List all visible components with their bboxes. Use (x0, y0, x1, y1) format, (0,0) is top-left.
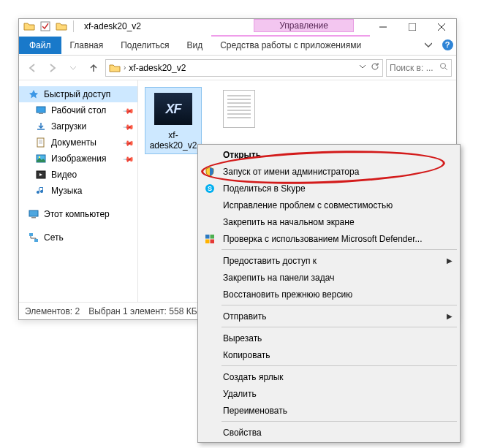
close-button[interactable] (427, 19, 456, 35)
pc-icon (28, 208, 39, 220)
svg-rect-2 (409, 23, 416, 31)
svg-rect-24 (205, 239, 210, 243)
status-count: Элементов: 2 (25, 306, 80, 316)
sidebar-this-pc[interactable]: Этот компьютер (19, 206, 137, 222)
help-button[interactable]: ? (439, 37, 456, 54)
svg-point-14 (39, 156, 40, 158)
cm-delete[interactable]: Удалить (200, 385, 458, 402)
cm-pin-start[interactable]: Закрепить на начальном экране (200, 213, 458, 230)
svg-rect-8 (39, 113, 43, 114)
maximize-button[interactable] (398, 19, 427, 35)
cm-separator (221, 421, 457, 422)
svg-rect-18 (29, 233, 33, 236)
ribbon-tab-home[interactable]: Главная (61, 37, 113, 54)
svg-rect-16 (29, 210, 38, 216)
contextual-tab-header: Управление (254, 19, 354, 32)
video-icon (35, 169, 47, 181)
ribbon-expand-toggle[interactable] (418, 40, 439, 50)
file-item-exe[interactable]: XF xf-adesk20_v2 (145, 88, 201, 153)
svg-rect-22 (205, 235, 210, 239)
cm-copy[interactable]: Копировать (200, 346, 458, 363)
file-name: xf-adesk20_v2 (147, 130, 200, 151)
ribbon-tab-view[interactable]: Вид (178, 37, 211, 54)
refresh-icon[interactable] (371, 62, 379, 73)
chevron-right-icon: ▶ (447, 257, 452, 265)
cm-separator (221, 249, 457, 250)
svg-rect-25 (211, 239, 215, 243)
pictures-icon (35, 153, 47, 164)
search-icon (439, 62, 448, 73)
chevron-down-icon[interactable] (359, 62, 366, 73)
history-dropdown[interactable] (64, 59, 82, 77)
up-button[interactable] (85, 59, 102, 77)
network-icon (28, 232, 39, 243)
cm-create-shortcut[interactable]: Создать ярлык (200, 368, 458, 385)
file-item-txt[interactable] (211, 88, 267, 133)
cm-troubleshoot-compat[interactable]: Исправление проблем с совместимостью (200, 197, 458, 213)
folder-icon (23, 20, 35, 32)
qat-divider (73, 20, 74, 32)
text-file-icon (223, 90, 255, 128)
shield-icon (204, 166, 216, 178)
folder-icon (109, 62, 121, 74)
cm-pin-taskbar[interactable]: Закрепить на панели задач (200, 269, 458, 286)
search-placeholder: Поиск в: ... (390, 63, 433, 73)
sidebar-item-desktop[interactable]: Рабочий стол📌 (19, 102, 137, 118)
skype-icon: S (204, 183, 216, 194)
svg-rect-19 (34, 239, 38, 242)
addressbar: › xf-adesk20_v2 Поиск в: ... (19, 56, 456, 80)
window-title: xf-adesk20_v2 (84, 21, 141, 31)
sidebar-item-music[interactable]: Музыка (19, 183, 137, 199)
sidebar-quick-access[interactable]: Быстрый доступ (19, 86, 137, 102)
chevron-right-icon[interactable]: › (124, 64, 126, 72)
ribbon-tab-app-tools[interactable]: Средства работы с приложениями (211, 35, 370, 54)
svg-rect-0 (41, 22, 50, 31)
qat-checkbox-icon[interactable] (39, 20, 51, 32)
chevron-right-icon: ▶ (447, 312, 452, 320)
sidebar-network[interactable]: Сеть (19, 229, 137, 246)
sidebar-item-documents[interactable]: Документы📌 (19, 134, 137, 151)
forward-button[interactable] (44, 59, 61, 77)
svg-rect-23 (211, 235, 215, 239)
cm-separator (221, 365, 457, 366)
cm-scan-defender[interactable]: Проверка с использованием Microsoft Defe… (200, 230, 458, 247)
exe-icon: XF (154, 93, 192, 125)
context-menu: Открыть Запуск от имени администратора S… (197, 144, 461, 443)
ribbon: Файл Главная Поделиться Вид Средства раб… (19, 35, 456, 56)
status-selection: Выбран 1 элемент: 558 КБ (88, 306, 197, 316)
svg-rect-9 (37, 138, 44, 147)
cm-cut[interactable]: Вырезать (200, 330, 458, 346)
ribbon-file-tab[interactable]: Файл (19, 37, 61, 54)
folder-icon[interactable] (56, 20, 67, 32)
svg-rect-7 (37, 107, 45, 113)
cm-restore-previous[interactable]: Восстановить прежнюю версию (200, 286, 458, 303)
cm-share-skype[interactable]: S Поделиться в Skype (200, 180, 458, 197)
cm-open[interactable]: Открыть (200, 146, 458, 163)
minimize-button[interactable] (368, 19, 398, 35)
sidebar-item-downloads[interactable]: Загрузки📌 (19, 118, 137, 134)
svg-line-6 (445, 68, 447, 70)
defender-icon (204, 233, 216, 245)
cm-run-as-admin[interactable]: Запуск от имени администратора (200, 163, 458, 180)
star-icon (28, 88, 39, 100)
breadcrumb-item[interactable]: xf-adesk20_v2 (129, 63, 186, 73)
cm-properties[interactable]: Свойства (200, 424, 458, 441)
ribbon-tab-share[interactable]: Поделиться (112, 37, 178, 54)
sidebar-item-video[interactable]: Видео (19, 167, 137, 183)
music-icon (35, 185, 47, 197)
svg-point-5 (441, 64, 446, 69)
titlebar: xf-adesk20_v2 Управление (19, 19, 456, 35)
cm-rename[interactable]: Переименовать (200, 402, 458, 419)
svg-text:S: S (208, 185, 212, 192)
sidebar-item-pictures[interactable]: Изображения📌 (19, 151, 137, 167)
downloads-icon (35, 121, 47, 132)
cm-separator (221, 327, 457, 327)
breadcrumb[interactable]: › xf-adesk20_v2 (105, 59, 383, 77)
documents-icon (35, 137, 47, 148)
svg-rect-17 (31, 217, 36, 219)
cm-give-access[interactable]: Предоставить доступ к▶ (200, 252, 458, 269)
sidebar: Быстрый доступ Рабочий стол📌 Загрузки📌 Д… (19, 80, 138, 302)
search-input[interactable]: Поиск в: ... (386, 59, 452, 77)
cm-send-to[interactable]: Отправить▶ (200, 308, 458, 324)
back-button[interactable] (23, 59, 41, 77)
